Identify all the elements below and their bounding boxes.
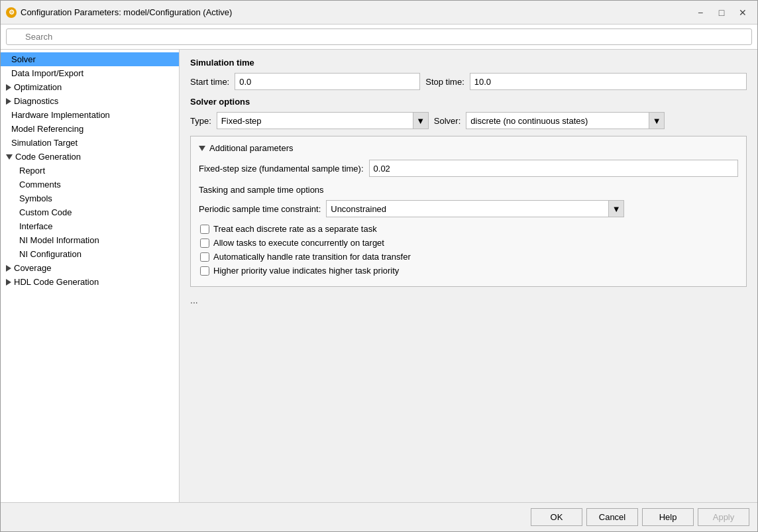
sidebar-item-model-referencing[interactable]: Model Referencing: [1, 122, 179, 136]
interface-label: Interface: [19, 221, 53, 231]
footer: OK Cancel Help Apply: [1, 502, 757, 531]
periodic-select[interactable]: Unconstrained Ensure sample time indepen…: [326, 200, 624, 217]
sidebar-item-simulation-target[interactable]: Simulation Target: [1, 136, 179, 150]
minimize-button[interactable]: −: [691, 5, 710, 20]
apply-button[interactable]: Apply: [698, 508, 749, 526]
window-controls: − □ ✕: [691, 5, 752, 20]
simulation-time-title: Simulation time: [190, 58, 747, 68]
type-select[interactable]: Fixed-step Variable-step: [217, 112, 429, 129]
custom-code-label: Custom Code: [19, 207, 72, 217]
type-label: Type:: [190, 116, 211, 126]
type-select-wrapper: Fixed-step Variable-step ▼: [217, 112, 429, 129]
higher-priority-checkbox[interactable]: [200, 266, 209, 276]
help-button[interactable]: Help: [642, 508, 694, 526]
title-bar: ⚙ Configuration Parameters: model/Config…: [1, 1, 757, 25]
additional-params-title: Additional parameters: [199, 143, 738, 153]
fixed-step-input[interactable]: [369, 160, 738, 177]
data-import-export-label: Data Import/Export: [11, 68, 83, 78]
periodic-select-wrapper: Unconstrained Ensure sample time indepen…: [326, 200, 624, 217]
dots: ...: [190, 295, 747, 305]
sidebar-item-hdl-code-generation[interactable]: HDL Code Generation: [1, 275, 179, 289]
sidebar-item-coverage[interactable]: Coverage: [1, 261, 179, 275]
right-panel: Simulation time Start time: Stop time: S…: [180, 50, 757, 502]
fixed-step-label: Fixed-step size (fundamental sample time…: [199, 164, 364, 174]
diagnostics-label: Diagnostics: [14, 96, 58, 106]
treat-discrete-label: Treat each discrete rate as a separate t…: [213, 224, 377, 234]
sidebar-item-data-import-export[interactable]: Data Import/Export: [1, 66, 179, 80]
code-gen-expand-icon: [6, 154, 13, 160]
solver-label: Solver: [11, 54, 36, 64]
checkbox-row-2: Automatically handle rate transition for…: [199, 252, 738, 262]
checkbox-row-0: Treat each discrete rate as a separate t…: [199, 224, 738, 234]
sidebar-item-hardware-implementation[interactable]: Hardware Implementation: [1, 108, 179, 122]
sidebar-item-solver[interactable]: Solver: [1, 52, 179, 66]
diagnostics-expand-icon: [6, 98, 11, 105]
stop-time-label: Stop time:: [425, 77, 464, 87]
ni-model-info-label: NI Model Information: [19, 235, 99, 245]
tasking-section-title: Tasking and sample time options: [199, 185, 738, 195]
main-content: Solver Data Import/Export Optimization D…: [1, 50, 757, 502]
sidebar-item-diagnostics[interactable]: Diagnostics: [1, 94, 179, 108]
optimization-label: Optimization: [14, 82, 62, 92]
solver-label: Solver:: [434, 116, 460, 126]
ni-config-label: NI Configuration: [19, 249, 81, 259]
higher-priority-label: Higher priority value indicates higher t…: [213, 266, 399, 276]
model-ref-label: Model Referencing: [11, 124, 83, 134]
hdl-code-gen-label: HDL Code Generation: [14, 277, 99, 287]
sidebar-item-symbols[interactable]: Symbols: [1, 191, 179, 205]
additional-params-label: Additional parameters: [209, 143, 293, 153]
additional-params-box: Additional parameters Fixed-step size (f…: [190, 136, 747, 287]
sidebar-item-interface[interactable]: Interface: [1, 219, 179, 233]
report-label: Report: [19, 166, 45, 176]
checkbox-row-1: Allow tasks to execute concurrently on t…: [199, 238, 738, 248]
sidebar-item-code-generation[interactable]: Code Generation: [1, 150, 179, 164]
comments-label: Comments: [19, 180, 61, 189]
maximize-button[interactable]: □: [712, 5, 731, 20]
coverage-expand-icon: [6, 265, 11, 272]
auto-handle-checkbox[interactable]: [200, 252, 209, 262]
symbols-label: Symbols: [19, 193, 52, 203]
title-bar-left: ⚙ Configuration Parameters: model/Config…: [6, 7, 232, 18]
checkbox-row-3: Higher priority value indicates higher t…: [199, 266, 738, 276]
sidebar-item-ni-configuration[interactable]: NI Configuration: [1, 247, 179, 261]
allow-tasks-label: Allow tasks to execute concurrently on t…: [213, 238, 384, 248]
stop-time-input[interactable]: [470, 73, 747, 90]
hdl-code-gen-expand-icon: [6, 279, 11, 286]
sidebar: Solver Data Import/Export Optimization D…: [1, 50, 180, 502]
allow-tasks-checkbox[interactable]: [200, 239, 209, 248]
search-input[interactable]: [6, 28, 752, 45]
solver-options-title: Solver options: [190, 97, 747, 107]
coverage-label: Coverage: [14, 263, 51, 273]
hardware-impl-label: Hardware Implementation: [11, 110, 110, 120]
solver-select[interactable]: discrete (no continuous states) ode45 od…: [466, 112, 665, 129]
fixed-step-row: Fixed-step size (fundamental sample time…: [199, 160, 738, 177]
sidebar-item-custom-code[interactable]: Custom Code: [1, 205, 179, 219]
solver-select-wrapper: discrete (no continuous states) ode45 od…: [466, 112, 665, 129]
treat-discrete-checkbox[interactable]: [200, 225, 209, 234]
sidebar-item-report[interactable]: Report: [1, 164, 179, 178]
additional-params-expand-icon: [199, 146, 205, 151]
sidebar-item-comments[interactable]: Comments: [1, 178, 179, 191]
cancel-button[interactable]: Cancel: [586, 508, 638, 526]
app-icon: ⚙: [6, 7, 17, 18]
window-title: Configuration Parameters: model/Configur…: [21, 7, 232, 17]
periodic-label: Periodic sample time constraint:: [199, 204, 321, 214]
sidebar-item-optimization[interactable]: Optimization: [1, 80, 179, 94]
sim-target-label: Simulation Target: [11, 138, 78, 148]
simulation-time-row: Start time: Stop time:: [190, 73, 747, 90]
auto-handle-label: Automatically handle rate transition for…: [213, 252, 411, 262]
sidebar-item-ni-model-information[interactable]: NI Model Information: [1, 233, 179, 247]
solver-options-row: Type: Fixed-step Variable-step ▼ Solver:…: [190, 112, 747, 129]
code-gen-label: Code Generation: [15, 152, 81, 162]
search-bar-container: 🔍: [1, 25, 757, 50]
optimization-expand-icon: [6, 84, 11, 91]
close-button[interactable]: ✕: [733, 5, 752, 20]
periodic-row: Periodic sample time constraint: Unconst…: [199, 200, 738, 217]
ok-button[interactable]: OK: [531, 508, 582, 526]
search-wrapper: 🔍: [6, 28, 752, 45]
start-time-label: Start time:: [190, 77, 229, 87]
main-window: ⚙ Configuration Parameters: model/Config…: [0, 0, 758, 532]
start-time-input[interactable]: [235, 73, 420, 90]
